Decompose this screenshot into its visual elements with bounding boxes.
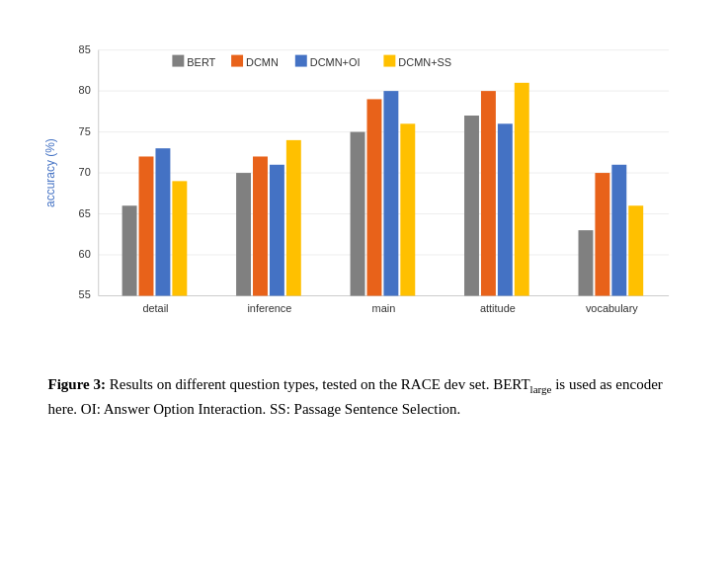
legend-dcmn-swatch (231, 55, 243, 67)
bar-main-dcmnss (400, 123, 415, 295)
y-tick-55: 55 (79, 288, 91, 300)
bar-detail-dcmn (139, 156, 154, 295)
y-axis-label: accuracy (%) (43, 138, 57, 207)
legend-dcmnss-label: DCMN+SS (398, 56, 451, 68)
bar-attitude-dcmnss (515, 83, 529, 296)
bar-vocabulary-dcmnss (628, 205, 643, 295)
bar-inference-dcmnoi (270, 165, 284, 296)
bar-vocabulary-bert (579, 230, 594, 295)
y-tick-60: 60 (79, 248, 91, 260)
y-tick-80: 80 (79, 84, 91, 96)
bar-inference-bert (236, 173, 251, 295)
legend-dcmnoi-label: DCMN+OI (310, 56, 361, 68)
bar-attitude-dcmn (481, 91, 496, 295)
legend-dcmn-label: DCMN (246, 56, 279, 68)
y-tick-70: 70 (79, 166, 91, 178)
xlabel-main: main (372, 302, 396, 314)
bar-chart: 85 80 75 70 65 60 55 accuracy (%) detail (40, 20, 688, 356)
bar-inference-dcmnss (286, 140, 301, 296)
bar-attitude-dcmnoi (498, 123, 513, 295)
bar-main-dcmnoi (383, 91, 398, 295)
legend-dcmnoi-swatch (295, 55, 307, 67)
bar-vocabulary-dcmnoi (611, 165, 626, 296)
xlabel-inference: inference (247, 302, 291, 314)
xlabel-attitude: attitude (480, 302, 516, 314)
legend-bert-swatch (172, 55, 184, 67)
bar-attitude-bert (464, 116, 479, 295)
caption-subscript: large (530, 383, 552, 395)
legend-dcmnss-swatch (383, 55, 395, 67)
caption-text1: Results on different question types, tes… (106, 376, 530, 392)
legend-bert-label: BERT (187, 56, 215, 68)
xlabel-detail: detail (142, 302, 168, 314)
figure-caption: Figure 3: Results on different question … (48, 373, 681, 420)
y-tick-75: 75 (79, 125, 91, 137)
bar-vocabulary-dcmn (595, 173, 609, 295)
bar-detail-dcmnss (172, 181, 187, 295)
y-tick-65: 65 (79, 207, 91, 219)
bar-inference-dcmn (253, 156, 268, 295)
bar-main-dcmn (366, 99, 381, 295)
chart-container: 85 80 75 70 65 60 55 accuracy (%) detail (40, 20, 688, 356)
y-tick-85: 85 (79, 43, 91, 55)
figure-label: Figure 3: (48, 376, 106, 392)
xlabel-vocabulary: vocabulary (586, 302, 638, 314)
bar-detail-bert (122, 205, 137, 295)
bar-main-bert (351, 132, 365, 296)
bar-detail-dcmnoi (155, 148, 170, 295)
